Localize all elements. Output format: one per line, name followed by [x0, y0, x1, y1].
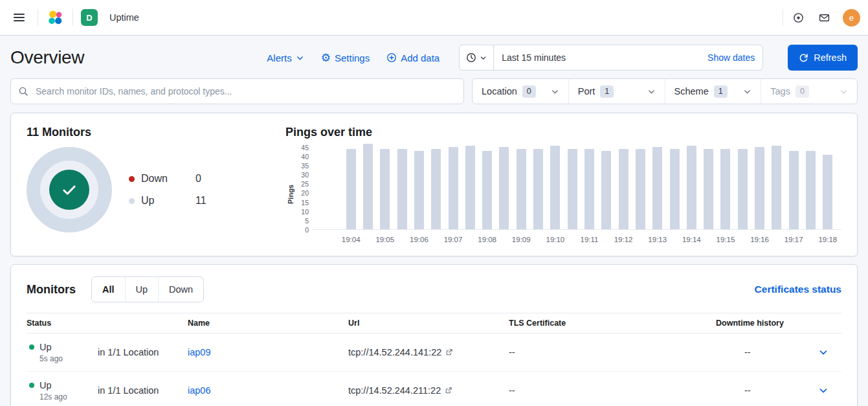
ping-bar — [738, 149, 748, 229]
bar-plot-area — [313, 142, 841, 230]
tab-down[interactable]: Down — [159, 277, 203, 302]
status-label: Up — [39, 380, 52, 390]
refresh-button[interactable]: Refresh — [788, 45, 858, 71]
status-up-dot — [29, 383, 34, 388]
check-icon — [60, 180, 79, 199]
tab-up[interactable]: Up — [126, 277, 159, 302]
ping-bar — [687, 146, 696, 229]
monitors-table: StatusNameUrlTLS CertificateDowntime his… — [27, 313, 841, 406]
column-header: Downtime history — [716, 313, 813, 333]
table-row: Up 5s ago in 1/1 Location iap09 tcp://14… — [27, 333, 841, 372]
expand-row-button[interactable] — [816, 383, 831, 398]
legend-value: 0 — [195, 173, 201, 185]
monitors-tabs: AllUpDown — [91, 276, 204, 302]
y-tick: 20 — [301, 189, 309, 197]
column-header: Url — [348, 313, 509, 333]
add-data-button[interactable]: Add data — [386, 52, 440, 63]
time-range-display[interactable]: Last 15 minutes — [494, 52, 700, 63]
monitor-url-link[interactable]: tcp://14.52.244.211:22 — [348, 385, 441, 396]
settings-button[interactable]: ⚙ Settings — [321, 52, 370, 63]
mail-button[interactable] — [813, 6, 835, 28]
monitor-url-link[interactable]: tcp://14.52.244.141:22 — [348, 347, 441, 357]
plus-circle-icon — [386, 52, 397, 63]
newsfeed-icon — [793, 12, 804, 23]
x-tick: 19:08 — [478, 236, 496, 243]
newsfeed-button[interactable] — [787, 6, 809, 28]
monitor-name-link[interactable]: iap06 — [188, 385, 210, 396]
ping-bar — [720, 149, 730, 229]
expand-row-button[interactable] — [816, 344, 831, 360]
x-tick: 19:16 — [750, 236, 769, 243]
filter-tags[interactable]: Tags0 — [761, 79, 857, 104]
ping-bar — [380, 149, 390, 229]
ping-bar — [584, 149, 594, 229]
certificates-status-link[interactable]: Certificates status — [755, 284, 841, 295]
y-tick: 0 — [305, 226, 309, 234]
x-tick: 19:15 — [717, 236, 735, 243]
x-tick: 19:07 — [444, 236, 463, 243]
y-tick: 10 — [301, 208, 309, 216]
alerts-menu-button[interactable]: Alerts — [267, 52, 304, 63]
y-tick: 40 — [301, 153, 309, 161]
y-tick: 35 — [301, 162, 309, 170]
column-header: Status — [27, 313, 188, 333]
x-tick: 19:13 — [648, 236, 667, 243]
filter-count-badge: 0 — [522, 85, 536, 98]
tls-cell: -- — [509, 385, 716, 396]
status-legend: Down0Up11 — [129, 173, 206, 207]
external-link-icon — [445, 348, 453, 356]
pings-chart-title: Pings over time — [285, 125, 841, 139]
ping-bar — [823, 155, 832, 229]
ping-bar — [517, 149, 526, 229]
table-header: StatusNameUrlTLS CertificateDowntime his… — [27, 313, 841, 333]
filter-location[interactable]: Location0 — [473, 79, 569, 104]
downtime-cell: -- — [716, 385, 813, 396]
chevron-down-icon — [818, 385, 829, 396]
menu-button[interactable] — [8, 6, 30, 28]
downtime-cell: -- — [716, 347, 813, 357]
ping-bar — [772, 146, 781, 229]
monitors-title: Monitors — [27, 282, 76, 297]
ping-bar — [704, 149, 713, 229]
search-icon — [18, 86, 28, 96]
space-badge[interactable]: D — [81, 9, 98, 26]
status-donut-chart — [27, 147, 112, 232]
gear-icon: ⚙ — [321, 52, 331, 63]
x-tick: 19:12 — [614, 236, 633, 243]
table-row: Up 12s ago in 1/1 Location iap06 tcp://1… — [27, 372, 841, 406]
user-avatar[interactable]: e — [843, 9, 860, 27]
pings-chart: Pings over time Pings 454035302520151050… — [285, 125, 841, 247]
ping-bar — [636, 149, 645, 229]
status-up-dot — [29, 344, 34, 350]
search-input[interactable] — [10, 78, 464, 104]
show-dates-button[interactable]: Show dates — [700, 52, 762, 63]
monitor-name-link[interactable]: iap09 — [188, 347, 210, 357]
elastic-logo[interactable] — [46, 8, 65, 27]
status-ago: 5s ago — [39, 354, 98, 363]
search-bar — [10, 78, 464, 104]
quick-select-time-button[interactable] — [460, 45, 494, 70]
chevron-down-icon — [480, 54, 487, 62]
y-tick: 30 — [301, 171, 309, 179]
chevron-down-icon — [551, 87, 559, 96]
ping-bar — [619, 149, 629, 229]
status-label: Up — [39, 342, 52, 352]
all-up-check-badge — [49, 170, 89, 210]
x-tick: 19:04 — [342, 236, 361, 243]
ping-bar — [431, 149, 441, 229]
ping-bar — [652, 147, 662, 229]
chevron-down-icon — [840, 87, 848, 96]
ping-bar — [789, 151, 799, 229]
legend-label: Down — [141, 173, 179, 185]
y-tick: 15 — [301, 199, 309, 207]
tab-all[interactable]: All — [92, 277, 126, 302]
filter-label: Tags — [770, 86, 790, 96]
ping-bar — [397, 149, 407, 229]
ping-bar — [806, 151, 816, 229]
ping-bar — [670, 149, 680, 229]
filter-port[interactable]: Port1 — [569, 79, 665, 104]
x-tick: 19:17 — [785, 236, 803, 243]
mail-icon — [819, 12, 830, 23]
elastic-logo-icon — [47, 10, 63, 26]
filter-scheme[interactable]: Scheme1 — [665, 79, 762, 104]
